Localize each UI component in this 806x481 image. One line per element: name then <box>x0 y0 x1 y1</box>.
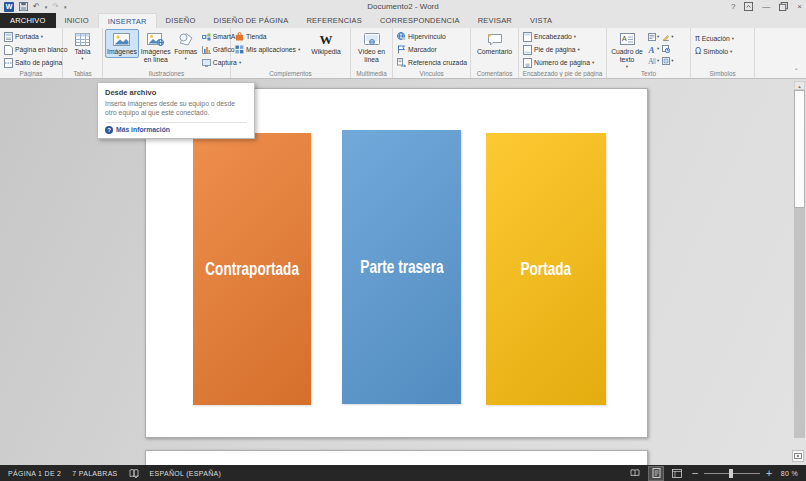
tab-referencias[interactable]: REFERENCIAS <box>297 13 371 28</box>
page-indicator[interactable]: PÁGINA 1 DE 2 <box>8 470 61 477</box>
scroll-up-button[interactable]: ▴ <box>794 81 805 90</box>
vertical-scrollbar[interactable]: ▴ <box>794 81 805 447</box>
select-browse-object-button[interactable] <box>792 450 804 462</box>
page-number-icon <box>523 58 532 68</box>
help-circle-icon: ? <box>105 126 113 134</box>
cuadro-de-texto-button[interactable]: A Cuadro de texto ▾ <box>609 29 645 71</box>
encabezado-button[interactable]: Encabezado▾ <box>521 30 596 43</box>
formas-button[interactable]: Formas ▾ <box>173 29 199 63</box>
comentario-button[interactable]: Comentario <box>473 29 516 58</box>
shape-label: Portada <box>521 259 572 279</box>
pie-de-pagina-button[interactable]: Pie de página▾ <box>521 43 596 56</box>
ecuacion-button[interactable]: π Ecuación▾ <box>693 32 736 45</box>
pictures-icon <box>113 33 130 46</box>
titlebar: W ↶ ▾ ↷ ▾ Documento2 - Word ? — × <box>0 0 806 13</box>
mis-aplicaciones-button[interactable]: Mis aplicaciones▾ <box>233 43 305 56</box>
restore-button[interactable] <box>779 2 788 11</box>
group-label-paginas: Páginas <box>0 70 62 77</box>
tab-correspondencia[interactable]: CORRESPONDENCIA <box>371 13 469 28</box>
group-ilustraciones: Imágenes Imágenes en línea Formas ▾ Smar… <box>103 28 231 78</box>
web-layout-icon <box>672 469 682 478</box>
letra-capital-button[interactable]: A ▾ <box>648 55 659 66</box>
simbolo-button[interactable]: Ω Símbolo▾ <box>693 45 736 58</box>
tab-archivo[interactable]: ARCHIVO <box>0 13 56 28</box>
quick-access-toolbar: W ↶ ▾ ↷ ▾ <box>4 2 66 12</box>
tab-insertar[interactable]: INSERTAR <box>98 13 157 28</box>
hipervinculo-button[interactable]: Hipervínculo <box>395 30 469 43</box>
tab-inicio[interactable]: INICIO <box>56 13 98 28</box>
read-mode-view-button[interactable] <box>628 467 642 480</box>
document-page-2[interactable] <box>145 450 648 465</box>
group-label-ilustraciones: Ilustraciones <box>103 70 230 77</box>
zoom-in-button[interactable]: + <box>765 469 773 478</box>
word-logo-icon: W <box>4 2 14 12</box>
wikipedia-button[interactable]: W Wikipedia <box>305 29 347 58</box>
smartart-icon <box>202 33 211 41</box>
video-en-linea-button[interactable]: Vídeo en línea <box>354 29 390 66</box>
salto-de-pagina-button[interactable]: Salto de página <box>2 56 70 69</box>
wordart-button[interactable]: A ▾ <box>648 43 659 54</box>
tab-diseno[interactable]: DISEÑO <box>157 13 205 28</box>
zoom-out-button[interactable]: − <box>691 469 699 478</box>
tienda-button[interactable]: Tienda <box>233 30 305 43</box>
undo-button[interactable]: ↶ <box>33 3 40 11</box>
group-encabezado-pie: Encabezado▾ Pie de página▾ Número de pág… <box>519 28 607 78</box>
tabla-button[interactable]: Tabla ▾ <box>72 29 92 63</box>
group-label-vinculos: Vínculos <box>393 70 470 77</box>
table-icon <box>75 33 90 46</box>
scrollbar-thumb[interactable] <box>794 90 805 208</box>
group-paginas: Portada▾ Página en blanco Salto de págin… <box>0 28 63 78</box>
linea-de-firma-button[interactable]: ▾ <box>662 31 673 42</box>
marcador-button[interactable]: Marcador <box>395 43 469 56</box>
shape-contraportada[interactable]: Contraportada <box>193 133 311 405</box>
word-count[interactable]: 7 PALABRAS <box>72 470 117 477</box>
portada-button[interactable]: Portada▾ <box>2 30 70 43</box>
imagenes-en-linea-button[interactable]: Imágenes en línea <box>139 29 173 66</box>
tab-vista[interactable]: VISTA <box>521 13 561 28</box>
qat-customize-button[interactable]: ▾ <box>64 4 67 10</box>
tooltip-divider <box>105 122 247 123</box>
online-video-icon <box>364 33 380 45</box>
shape-label: Contraportada <box>205 259 299 279</box>
tab-revisar[interactable]: REVISAR <box>469 13 521 28</box>
help-button[interactable]: ? <box>731 3 735 11</box>
imagenes-button[interactable]: Imágenes <box>105 29 139 58</box>
web-layout-view-button[interactable] <box>670 467 684 480</box>
referencia-cruzada-button[interactable]: Referencia cruzada <box>395 56 469 69</box>
save-icon[interactable] <box>19 2 28 11</box>
zoom-slider[interactable] <box>704 469 760 478</box>
my-apps-icon <box>235 45 244 54</box>
elementos-rapidos-button[interactable]: ▾ <box>648 31 659 42</box>
scrollbar-track[interactable] <box>794 90 805 438</box>
zoom-slider-thumb[interactable] <box>729 469 733 478</box>
group-vinculos: Hipervínculo Marcador Referencia cruzada… <box>393 28 471 78</box>
chart-icon <box>202 46 211 54</box>
shape-label: Parte trasera <box>360 257 443 277</box>
zoom-level[interactable]: 80 % <box>778 470 798 477</box>
collapse-ribbon-button[interactable]: ˄ <box>795 68 799 76</box>
minimize-button[interactable]: — <box>762 3 770 11</box>
group-label-texto: Texto <box>607 70 690 77</box>
undo-dropdown-icon[interactable]: ▾ <box>45 4 48 10</box>
text-box-icon: A <box>620 33 635 45</box>
group-comentarios: Comentario Comentarios <box>471 28 519 78</box>
proofing-status-icon[interactable] <box>129 469 139 478</box>
pagina-en-blanco-button[interactable]: Página en blanco <box>2 43 70 56</box>
drop-cap-icon: A <box>648 57 656 65</box>
numero-de-pagina-button[interactable]: Número de página▾ <box>521 56 596 69</box>
tab-diseno-de-pagina[interactable]: DISEÑO DE PÁGINA <box>205 13 298 28</box>
mas-informacion-link[interactable]: ? Más información <box>105 126 247 134</box>
objeto-button[interactable]: ▾ <box>662 55 673 66</box>
shape-parte-trasera[interactable]: Parte trasera <box>342 130 461 404</box>
object-icon <box>662 57 670 65</box>
close-button[interactable]: × <box>797 3 802 11</box>
language-indicator[interactable]: ESPAÑOL (ESPAÑA) <box>150 470 222 477</box>
redo-button[interactable]: ↷ <box>52 3 59 11</box>
ribbon-display-options-button[interactable] <box>744 2 753 11</box>
shape-portada[interactable]: Portada <box>486 133 606 405</box>
fecha-y-hora-button[interactable] <box>662 43 673 54</box>
document-page-1[interactable]: Contraportada Parte trasera Portada <box>145 88 648 438</box>
print-layout-view-button[interactable] <box>649 467 663 480</box>
group-label-comentarios: Comentarios <box>471 70 518 77</box>
bookmark-flag-icon <box>397 45 406 54</box>
